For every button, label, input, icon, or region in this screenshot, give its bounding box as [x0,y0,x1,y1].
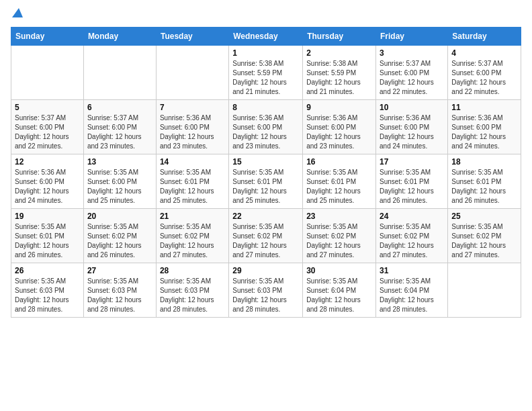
day-info: Sunrise: 5:37 AM Sunset: 6:00 PM Dayligh… [451,59,517,97]
day-info: Sunrise: 5:36 AM Sunset: 6:00 PM Dayligh… [451,113,517,151]
calendar-week-row: 26Sunrise: 5:35 AM Sunset: 6:03 PM Dayli… [11,263,521,318]
day-number: 5 [15,103,80,112]
calendar-cell: 6Sunrise: 5:37 AM Sunset: 6:00 PM Daylig… [83,100,156,154]
day-number: 11 [451,103,517,112]
calendar-table: SundayMondayTuesdayWednesdayThursdayFrid… [11,27,521,318]
calendar-cell: 21Sunrise: 5:35 AM Sunset: 6:02 PM Dayli… [156,209,228,263]
day-number: 21 [160,212,225,221]
day-info: Sunrise: 5:36 AM Sunset: 6:00 PM Dayligh… [232,113,299,151]
calendar-cell: 7Sunrise: 5:36 AM Sunset: 6:00 PM Daylig… [156,100,228,154]
calendar-cell: 26Sunrise: 5:35 AM Sunset: 6:03 PM Dayli… [11,263,84,318]
day-info: Sunrise: 5:38 AM Sunset: 5:59 PM Dayligh… [232,59,299,97]
day-info: Sunrise: 5:35 AM Sunset: 6:01 PM Dayligh… [380,168,444,205]
calendar-cell [83,46,156,100]
day-number: 23 [306,212,372,221]
calendar-cell: 18Sunrise: 5:35 AM Sunset: 6:01 PM Dayli… [448,154,521,209]
day-number: 18 [451,157,517,167]
calendar-cell: 14Sunrise: 5:35 AM Sunset: 6:01 PM Dayli… [156,154,228,209]
day-number: 20 [87,212,152,221]
day-info: Sunrise: 5:35 AM Sunset: 6:02 PM Dayligh… [232,222,299,260]
day-number: 30 [306,266,372,275]
calendar-cell: 10Sunrise: 5:36 AM Sunset: 6:00 PM Dayli… [376,100,448,154]
day-number: 29 [232,266,299,275]
calendar-cell: 30Sunrise: 5:35 AM Sunset: 6:04 PM Dayli… [303,263,376,318]
calendar-cell: 29Sunrise: 5:35 AM Sunset: 6:03 PM Dayli… [229,263,303,318]
day-number: 2 [306,48,372,58]
day-info: Sunrise: 5:37 AM Sunset: 6:00 PM Dayligh… [87,113,152,151]
calendar-cell: 17Sunrise: 5:35 AM Sunset: 6:01 PM Dayli… [376,154,448,209]
calendar-cell: 3Sunrise: 5:37 AM Sunset: 6:00 PM Daylig… [376,46,448,100]
day-number: 10 [380,103,444,112]
calendar-cell: 8Sunrise: 5:36 AM Sunset: 6:00 PM Daylig… [229,100,303,154]
day-number: 13 [87,157,152,167]
day-info: Sunrise: 5:36 AM Sunset: 6:00 PM Dayligh… [15,168,80,205]
day-info: Sunrise: 5:35 AM Sunset: 6:01 PM Dayligh… [306,168,372,205]
day-info: Sunrise: 5:35 AM Sunset: 6:01 PM Dayligh… [451,168,517,205]
day-number: 9 [306,103,372,112]
day-number: 4 [451,48,517,58]
day-info: Sunrise: 5:35 AM Sunset: 6:04 PM Dayligh… [380,277,444,314]
day-info: Sunrise: 5:36 AM Sunset: 6:00 PM Dayligh… [306,113,372,151]
weekday-header-sunday: Sunday [11,28,84,46]
day-number: 17 [380,157,444,167]
day-info: Sunrise: 5:35 AM Sunset: 6:01 PM Dayligh… [160,168,225,205]
calendar-cell: 13Sunrise: 5:35 AM Sunset: 6:00 PM Dayli… [83,154,156,209]
calendar-cell [11,46,84,100]
calendar-cell: 27Sunrise: 5:35 AM Sunset: 6:03 PM Dayli… [83,263,156,318]
calendar-cell [448,263,521,318]
day-number: 3 [380,48,444,58]
calendar-cell: 2Sunrise: 5:38 AM Sunset: 5:59 PM Daylig… [303,46,376,100]
calendar-cell: 25Sunrise: 5:35 AM Sunset: 6:02 PM Dayli… [448,209,521,263]
day-number: 24 [380,212,444,221]
calendar-cell: 11Sunrise: 5:36 AM Sunset: 6:00 PM Dayli… [448,100,521,154]
day-info: Sunrise: 5:35 AM Sunset: 6:02 PM Dayligh… [160,222,225,260]
day-info: Sunrise: 5:35 AM Sunset: 6:02 PM Dayligh… [451,222,517,260]
weekday-header-monday: Monday [83,28,156,46]
calendar-cell: 22Sunrise: 5:35 AM Sunset: 6:02 PM Dayli… [229,209,303,263]
day-info: Sunrise: 5:37 AM Sunset: 6:00 PM Dayligh… [15,113,80,151]
logo [11,11,23,19]
day-number: 14 [160,157,225,167]
calendar-cell: 24Sunrise: 5:35 AM Sunset: 6:02 PM Dayli… [376,209,448,263]
day-number: 12 [15,157,80,167]
day-number: 25 [451,212,517,221]
calendar-cell: 28Sunrise: 5:35 AM Sunset: 6:03 PM Dayli… [156,263,228,318]
calendar-week-row: 19Sunrise: 5:35 AM Sunset: 6:01 PM Dayli… [11,209,521,263]
day-info: Sunrise: 5:35 AM Sunset: 6:01 PM Dayligh… [15,222,80,260]
day-number: 19 [15,212,80,221]
day-info: Sunrise: 5:35 AM Sunset: 6:03 PM Dayligh… [160,277,225,314]
calendar-cell: 31Sunrise: 5:35 AM Sunset: 6:04 PM Dayli… [376,263,448,318]
day-info: Sunrise: 5:36 AM Sunset: 6:00 PM Dayligh… [380,113,444,151]
day-info: Sunrise: 5:35 AM Sunset: 6:03 PM Dayligh… [87,277,152,314]
calendar-cell: 15Sunrise: 5:35 AM Sunset: 6:01 PM Dayli… [229,154,303,209]
calendar-week-row: 1Sunrise: 5:38 AM Sunset: 5:59 PM Daylig… [11,46,521,100]
calendar-cell: 19Sunrise: 5:35 AM Sunset: 6:01 PM Dayli… [11,209,84,263]
weekday-header-saturday: Saturday [448,28,521,46]
day-info: Sunrise: 5:36 AM Sunset: 6:00 PM Dayligh… [160,113,225,151]
calendar-cell: 1Sunrise: 5:38 AM Sunset: 5:59 PM Daylig… [229,46,303,100]
day-info: Sunrise: 5:35 AM Sunset: 6:03 PM Dayligh… [15,277,80,314]
calendar-cell: 12Sunrise: 5:36 AM Sunset: 6:00 PM Dayli… [11,154,84,209]
calendar-cell: 5Sunrise: 5:37 AM Sunset: 6:00 PM Daylig… [11,100,84,154]
day-number: 15 [232,157,299,167]
weekday-header-thursday: Thursday [303,28,376,46]
calendar-week-row: 5Sunrise: 5:37 AM Sunset: 6:00 PM Daylig… [11,100,521,154]
day-info: Sunrise: 5:37 AM Sunset: 6:00 PM Dayligh… [380,59,444,97]
header [11,11,521,19]
day-number: 7 [160,103,225,112]
day-number: 6 [87,103,152,112]
day-info: Sunrise: 5:35 AM Sunset: 6:02 PM Dayligh… [87,222,152,260]
day-info: Sunrise: 5:35 AM Sunset: 6:02 PM Dayligh… [380,222,444,260]
day-info: Sunrise: 5:35 AM Sunset: 6:03 PM Dayligh… [232,277,299,314]
day-number: 26 [15,266,80,275]
day-number: 28 [160,266,225,275]
day-number: 22 [232,212,299,221]
calendar-cell: 16Sunrise: 5:35 AM Sunset: 6:01 PM Dayli… [303,154,376,209]
day-number: 1 [232,48,299,58]
calendar-cell: 23Sunrise: 5:35 AM Sunset: 6:02 PM Dayli… [303,209,376,263]
day-info: Sunrise: 5:35 AM Sunset: 6:01 PM Dayligh… [232,168,299,205]
weekday-header-row: SundayMondayTuesdayWednesdayThursdayFrid… [11,28,521,46]
day-info: Sunrise: 5:38 AM Sunset: 5:59 PM Dayligh… [306,59,372,97]
day-number: 16 [306,157,372,167]
day-number: 31 [380,266,444,275]
